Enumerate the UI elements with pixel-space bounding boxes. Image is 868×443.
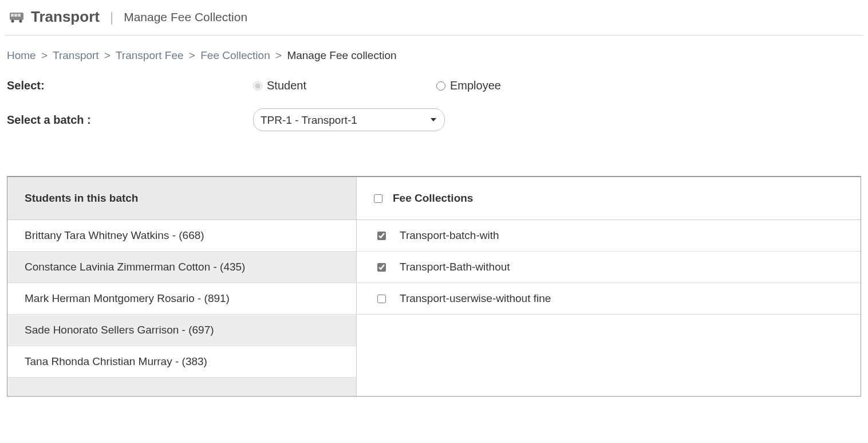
breadcrumb-separator: > xyxy=(102,49,113,61)
radio-student-input[interactable] xyxy=(253,81,262,91)
fee-row[interactable]: Transport-Bath-without xyxy=(357,252,861,283)
fee-checkbox[interactable] xyxy=(377,295,386,303)
fee-label: Transport-Bath-without xyxy=(400,261,510,273)
svg-point-4 xyxy=(11,19,14,22)
fee-checkbox[interactable] xyxy=(377,263,386,272)
select-batch-row: Select a batch : TPR-1 - Transport-1 xyxy=(7,108,861,131)
select-all-fees-checkbox[interactable] xyxy=(374,194,382,203)
student-name: Brittany Tara Whitney Watkins - (668) xyxy=(25,229,204,242)
students-header: Students in this batch xyxy=(7,177,356,220)
student-name: Mark Herman Montgomery Rosario - (891) xyxy=(25,292,230,305)
breadcrumb-link-home[interactable]: Home xyxy=(7,49,36,61)
breadcrumb-link-fee-collection[interactable]: Fee Collection xyxy=(200,49,270,61)
student-row[interactable]: Tana Rhonda Christian Murray - (383) xyxy=(7,346,356,378)
svg-rect-2 xyxy=(14,14,17,17)
student-row[interactable]: Sade Honorato Sellers Garrison - (697) xyxy=(7,315,356,346)
radio-employee[interactable]: Employee xyxy=(436,79,620,92)
breadcrumb-link-transport[interactable]: Transport xyxy=(53,49,99,61)
radio-employee-label: Employee xyxy=(450,79,501,92)
batch-select-wrap: TPR-1 - Transport-1 xyxy=(253,108,445,131)
fee-label: Transport-batch-with xyxy=(400,229,499,242)
radio-student[interactable]: Student xyxy=(253,79,436,92)
breadcrumb-separator: > xyxy=(39,49,50,61)
breadcrumb-separator: > xyxy=(187,49,198,61)
breadcrumb-link-transport-fee[interactable]: Transport Fee xyxy=(116,49,184,61)
breadcrumb: Home > Transport > Transport Fee > Fee C… xyxy=(5,46,863,79)
fees-column: Fee Collections Transport-batch-with Tra… xyxy=(357,177,861,396)
title-separator: | xyxy=(106,9,117,25)
student-name: Tana Rhonda Christian Murray - (383) xyxy=(25,355,207,368)
radio-student-label: Student xyxy=(267,79,306,92)
svg-rect-3 xyxy=(18,14,21,17)
select-type-label: Select: xyxy=(7,79,253,92)
student-name: Constance Lavinia Zimmerman Cotton - (43… xyxy=(25,261,245,273)
fee-checkbox[interactable] xyxy=(377,232,386,240)
select-type-row: Select: Student Employee xyxy=(7,79,861,92)
filter-form: Select: Student Employee Select a batch … xyxy=(5,79,863,176)
fee-row[interactable]: Transport-batch-with xyxy=(357,220,861,252)
student-name: Sade Honorato Sellers Garrison - (697) xyxy=(25,324,214,336)
bus-icon xyxy=(9,11,24,23)
breadcrumb-separator: > xyxy=(273,49,284,61)
student-row-empty xyxy=(7,378,356,396)
breadcrumb-current: Manage Fee collection xyxy=(287,49,396,61)
student-row[interactable]: Mark Herman Montgomery Rosario - (891) xyxy=(7,283,356,315)
students-column: Students in this batch Brittany Tara Whi… xyxy=(7,177,357,396)
student-row[interactable]: Brittany Tara Whitney Watkins - (668) xyxy=(7,220,356,252)
type-radio-group: Student Employee xyxy=(253,79,620,92)
fee-label: Transport-userwise-without fine xyxy=(400,292,551,305)
fees-header-label: Fee Collections xyxy=(393,192,473,205)
students-header-label: Students in this batch xyxy=(25,192,138,205)
batch-select[interactable]: TPR-1 - Transport-1 xyxy=(253,108,445,131)
select-batch-label: Select a batch : xyxy=(7,113,253,127)
svg-rect-1 xyxy=(11,14,14,17)
fees-header: Fee Collections xyxy=(357,177,861,220)
student-row[interactable]: Constance Lavinia Zimmerman Cotton - (43… xyxy=(7,252,356,283)
radio-employee-input[interactable] xyxy=(436,81,445,91)
fee-row[interactable]: Transport-userwise-without fine xyxy=(357,283,861,315)
header-divider xyxy=(5,35,863,36)
page-title: Transport xyxy=(31,8,100,26)
data-table: Students in this batch Brittany Tara Whi… xyxy=(7,176,861,397)
svg-point-5 xyxy=(19,19,22,22)
page-header: Transport | Manage Fee Collection xyxy=(5,6,863,33)
page-subtitle: Manage Fee Collection xyxy=(124,10,247,24)
